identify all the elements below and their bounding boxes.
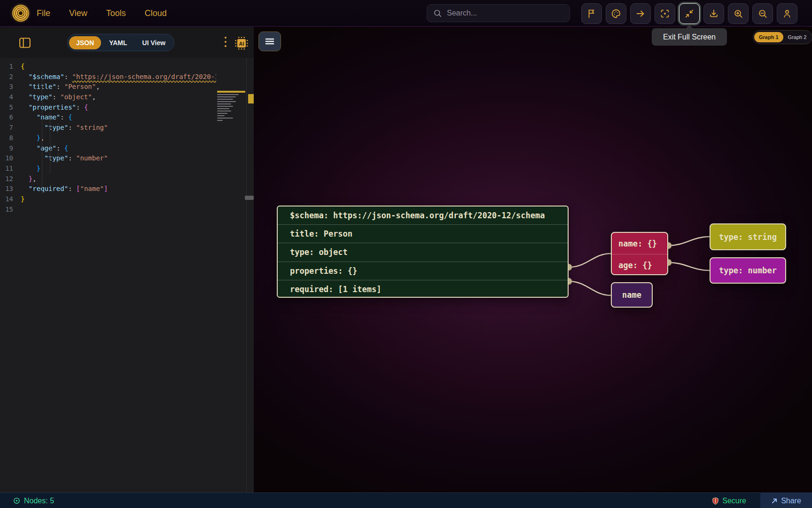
status-bar: Nodes: 5 Secure Share (0, 492, 812, 508)
menu-cloud[interactable]: Cloud (145, 8, 167, 18)
scrollbar-thumb[interactable] (245, 196, 254, 200)
line-number: 12 (0, 174, 21, 184)
panel-toggle-icon (19, 37, 31, 48)
nodes-count-label: Nodes: 5 (24, 497, 54, 505)
node-age-type[interactable]: type: number (710, 257, 786, 284)
theme-palette-button[interactable] (606, 3, 626, 24)
editor-panel: JSON YAML UI View AI 1{2 (0, 27, 254, 492)
secure-indicator: Secure (712, 493, 746, 508)
code-line: 15 (0, 205, 216, 215)
graph-canvas[interactable]: $schema: https://json-schema.org/draft/2… (254, 27, 812, 492)
menu-bar: File View Tools Cloud (37, 0, 167, 27)
edge-root-required (569, 281, 611, 295)
node-row: $schema: https://json-schema.org/draft/2… (278, 206, 568, 225)
editor-panel-header: JSON YAML UI View AI (0, 27, 254, 58)
line-number: 4 (0, 92, 21, 103)
arrow-right-icon (635, 8, 646, 19)
code-line: 8 }, (0, 133, 216, 143)
node-required-item[interactable]: name (611, 282, 653, 308)
code-line: 14} (0, 194, 216, 205)
exit-fullscreen-button[interactable] (679, 3, 700, 24)
flag-icon (586, 8, 597, 19)
node-row: type: number (710, 258, 785, 283)
code-lines: 1{2 "$schema": "https://json-schema.org/… (0, 62, 216, 214)
tab-yaml[interactable]: YAML (102, 36, 134, 49)
code-line: 3 "title": "Person", (0, 82, 216, 92)
node-root[interactable]: $schema: https://json-schema.org/draft/2… (277, 206, 569, 298)
node-name-type[interactable]: type: string (710, 223, 786, 250)
sidebar-toggle-button[interactable] (19, 37, 31, 50)
editor-minimap[interactable] (217, 91, 245, 122)
shield-icon (712, 497, 719, 505)
menu-file[interactable]: File (37, 8, 50, 18)
node-properties[interactable]: name: {}age: {} (611, 232, 668, 275)
zoom-out-button[interactable] (752, 3, 773, 24)
node-row: type: object (278, 243, 568, 262)
graph-switcher: Graph 1 Graph 2 (753, 30, 812, 44)
graph-1-tab[interactable]: Graph 1 (754, 32, 783, 42)
zoom-in-icon (733, 8, 743, 19)
hamburger-icon (265, 37, 275, 46)
code-line: 1{ (0, 62, 216, 72)
user-icon (782, 8, 792, 19)
share-label: Share (781, 497, 801, 505)
tab-json[interactable]: JSON (69, 36, 101, 49)
account-button[interactable] (777, 3, 797, 24)
line-number: 15 (0, 205, 21, 215)
line-number: 7 (0, 123, 21, 133)
node-row: properties: {} (278, 262, 568, 280)
code-line: 12 }, (0, 174, 216, 184)
edge-name-type (668, 237, 710, 246)
code-line: 10 "type": "number" (0, 153, 216, 164)
editor-overflow-menu-button[interactable] (224, 37, 227, 47)
download-button[interactable] (703, 3, 724, 24)
canvas-menu-button[interactable] (258, 32, 281, 51)
code-line: 11 } (0, 164, 216, 174)
exit-fullscreen-icon (684, 8, 695, 19)
code-line: 4 "type": "object", (0, 92, 216, 103)
code-line: 6 "name": { (0, 112, 216, 123)
graph-2-tab[interactable]: Graph 2 (783, 32, 812, 42)
line-number: 14 (0, 194, 21, 205)
line-number: 11 (0, 164, 21, 174)
zoom-in-button[interactable] (728, 3, 749, 24)
nodes-count: Nodes: 5 (13, 493, 54, 508)
node-row: title: Person (278, 225, 568, 243)
search-icon (433, 8, 442, 18)
search-input[interactable] (447, 9, 555, 17)
focus-center-icon (660, 8, 670, 19)
code-editor[interactable]: 1{2 "$schema": "https://json-schema.org/… (0, 58, 254, 492)
ai-assistant-button[interactable]: AI (234, 36, 249, 52)
go-arrow-button[interactable] (630, 3, 651, 24)
menu-tools[interactable]: Tools (106, 8, 126, 18)
exit-fullscreen-tooltip: Exit Full Screen (652, 28, 727, 46)
edge-age-type (668, 262, 710, 270)
scrollbar-warning-marker (248, 94, 254, 103)
menu-view[interactable]: View (69, 8, 87, 18)
palette-icon (611, 8, 621, 19)
share-arrow-icon (771, 498, 778, 504)
nodes-count-icon (13, 497, 20, 504)
app-root: File View Tools Cloud (0, 0, 812, 508)
line-number: 5 (0, 103, 21, 113)
node-row: name (612, 283, 652, 307)
flag-button[interactable] (581, 3, 602, 24)
share-button[interactable]: Share (760, 493, 812, 508)
node-row: required: [1 items] (278, 280, 568, 299)
search-box[interactable] (427, 4, 570, 22)
secure-label: Secure (722, 497, 746, 505)
download-icon (709, 8, 719, 19)
code-line: 13 "required": ["name"] (0, 184, 216, 194)
edge-root-properties (569, 254, 611, 267)
app-logo[interactable] (12, 5, 29, 22)
tab-ui-view[interactable]: UI View (135, 36, 173, 49)
center-focus-button[interactable] (655, 3, 675, 24)
format-tabset: JSON YAML UI View (67, 34, 174, 51)
line-number: 13 (0, 184, 21, 194)
line-number: 10 (0, 153, 21, 164)
editor-scrollbar-track[interactable] (246, 58, 247, 492)
code-line: 2 "$schema": "https://json-schema.org/dr… (0, 72, 216, 82)
ai-chip-icon: AI (234, 36, 249, 50)
svg-text:AI: AI (239, 41, 244, 47)
code-line: 7 "type": "string" (0, 123, 216, 133)
